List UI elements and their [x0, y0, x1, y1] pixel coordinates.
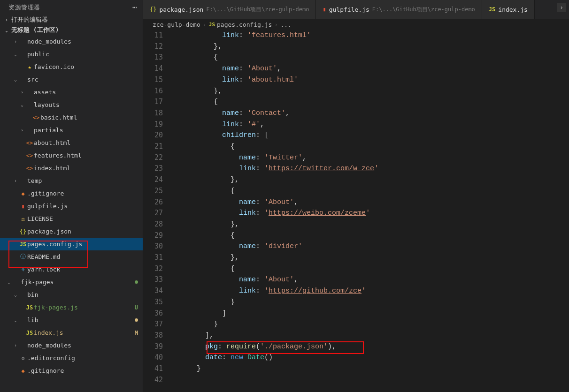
editor-tab-index-js[interactable]: JSindex.js — [482, 0, 535, 19]
workspace-label: 无标题 (工作区) — [11, 26, 59, 34]
file-icon: <> — [25, 140, 34, 146]
explorer-header: 资源管理器 ⋯ — [0, 0, 143, 15]
chevron-icon: ⌄ — [19, 102, 25, 107]
tree-item-license[interactable]: ⚖LICENSE — [0, 212, 143, 225]
tree-item-assets[interactable]: ›assets — [0, 86, 143, 98]
tree-item-partials[interactable]: ›partials — [0, 124, 143, 136]
tree-item-label: layouts — [34, 101, 138, 108]
tree-item-label: node_modules — [27, 342, 138, 349]
tree-item-lib[interactable]: ⌄lib — [0, 314, 143, 326]
tree-item-label: basic.html — [40, 114, 138, 121]
tree-item-fjk-pages[interactable]: ⌄fjk-pages — [0, 276, 143, 288]
tree-item--editorconfig[interactable]: ⚙.editorconfig — [0, 352, 143, 364]
breadcrumb-separator: › — [203, 22, 206, 27]
tree-item-label: LICENSE — [27, 215, 138, 222]
tree-item-layouts[interactable]: ⌄layouts — [0, 98, 143, 111]
tab-nav-right-icon[interactable]: › — [557, 3, 566, 12]
tree-item-bin[interactable]: ⌄bin — [0, 288, 143, 301]
code-editor[interactable]: 1112131415161718192021222324252627282930… — [143, 30, 569, 392]
file-icon: ⚖ — [19, 216, 27, 222]
editor-tab-package-json[interactable]: {}package.jsonE:\...\GitHub项目\zce-gulp-d… — [143, 0, 316, 19]
chevron-icon: › — [19, 128, 25, 133]
workspace-section[interactable]: ⌄ 无标题 (工作区) — [0, 25, 143, 35]
open-editors-section[interactable]: › 打开的编辑器 — [0, 15, 143, 25]
tab-file-icon: JS — [489, 6, 495, 13]
breadcrumb-item[interactable]: zce-gulp-demo — [153, 21, 200, 28]
tree-item-label: bin — [27, 291, 138, 298]
tree-item-index-html[interactable]: <>index.html — [0, 162, 143, 174]
tree-item-label: fjk-pages.js — [34, 304, 135, 311]
tree-item-label: node_modules — [27, 38, 138, 45]
tree-item-label: index.html — [34, 165, 138, 172]
tree-item-label: README.md — [27, 253, 138, 260]
tree-item-public[interactable]: ⌄public — [0, 48, 143, 60]
tree-item-label: public — [27, 51, 138, 58]
tree-item-src[interactable]: ⌄src — [0, 73, 143, 86]
file-icon: <> — [25, 165, 34, 172]
tree-item-yarn-lock[interactable]: ⚘yarn.lock — [0, 263, 143, 276]
tab-path: E:\...\GitHub项目\zce-gulp-demo — [206, 6, 309, 14]
breadcrumb-item[interactable]: ... — [280, 21, 291, 28]
file-icon: ⚙ — [19, 355, 27, 362]
file-icon: {} — [19, 228, 27, 235]
breadcrumb-label: zce-gulp-demo — [153, 21, 200, 28]
chevron-icon: ⌄ — [6, 279, 12, 285]
chevron-icon: ⌄ — [12, 292, 19, 297]
git-status-badge: M — [135, 330, 138, 336]
breadcrumb[interactable]: zce-gulp-demo›JSpages.config.js›... — [143, 19, 569, 30]
file-icon: ◆ — [19, 190, 27, 197]
breadcrumb-item[interactable]: JSpages.config.js — [209, 21, 272, 28]
tree-item-gulpfile-js[interactable]: ▮gulpfile.js — [0, 200, 143, 212]
explorer-title: 资源管理器 — [8, 3, 40, 12]
chevron-icon: ⌄ — [12, 317, 19, 323]
explorer-more-icon[interactable]: ⋯ — [132, 3, 137, 12]
breadcrumb-label: ... — [280, 21, 291, 28]
chevron-icon: › — [12, 343, 19, 348]
tree-item-label: pages.config.js — [27, 241, 138, 248]
tab-file-icon: ▮ — [323, 6, 326, 13]
tree-item-node-modules[interactable]: ›node_modules — [0, 35, 143, 48]
code-content[interactable]: link: 'features.html' }, { name: 'About'… — [171, 30, 564, 392]
file-icon: ◆ — [19, 368, 27, 374]
file-icon: ▮ — [19, 203, 27, 210]
tree-item-basic-html[interactable]: <>basic.html — [0, 111, 143, 124]
file-icon: ⓘ — [19, 253, 27, 261]
tree-item-pages-config-js[interactable]: JSpages.config.js — [0, 238, 143, 250]
tree-item--gitignore[interactable]: ◆.gitignore — [0, 364, 143, 377]
tree-item-features-html[interactable]: <>features.html — [0, 149, 143, 162]
tree-item-index-js[interactable]: JSindex.jsM — [0, 326, 143, 339]
chevron-icon: › — [12, 39, 19, 44]
tree-item-fjk-pages-js[interactable]: JSfjk-pages.jsU — [0, 301, 143, 314]
breadcrumb-separator: › — [275, 22, 277, 27]
chevron-icon: › — [19, 90, 25, 95]
chevron-icon: › — [12, 178, 19, 183]
git-status-badge: U — [135, 304, 138, 311]
tree-item-label: assets — [34, 89, 138, 96]
file-icon: <> — [25, 152, 34, 159]
git-status-badge — [135, 280, 138, 284]
open-editors-label: 打开的编辑器 — [11, 15, 48, 24]
minimap[interactable] — [564, 30, 569, 392]
tree-item-readme-md[interactable]: ⓘREADME.md — [0, 250, 143, 263]
file-icon: JS — [19, 241, 27, 248]
line-gutter: 1112131415161718192021222324252627282930… — [143, 30, 171, 392]
tree-item-label: favicon.ico — [34, 63, 138, 70]
tree-item-favicon-ico[interactable]: ★favicon.ico — [0, 60, 143, 73]
tab-file-icon: {} — [150, 6, 156, 13]
tree-item-about-html[interactable]: <>about.html — [0, 136, 143, 149]
tree-item-temp[interactable]: ›temp — [0, 174, 143, 187]
tree-item-package-json[interactable]: {}package.json — [0, 225, 143, 238]
tab-label: package.json — [159, 6, 203, 13]
tree-item--gitignore[interactable]: ◆.gitignore — [0, 187, 143, 200]
tree-item-label: about.html — [34, 139, 138, 146]
file-icon: JS — [25, 304, 34, 311]
chevron-icon: ⌄ — [12, 52, 19, 57]
tab-label: index.js — [498, 6, 528, 13]
chevron-right-icon: › — [4, 17, 9, 23]
git-status-badge — [135, 318, 138, 322]
editor-area: {}package.jsonE:\...\GitHub项目\zce-gulp-d… — [143, 0, 569, 392]
tree-item-label: src — [27, 76, 138, 83]
editor-tab-gulpfile-js[interactable]: ▮gulpfile.jsE:\...\GitHub项目\zce-gulp-dem… — [316, 0, 482, 19]
tree-item-label: yarn.lock — [27, 266, 138, 273]
tree-item-node-modules[interactable]: ›node_modules — [0, 339, 143, 352]
